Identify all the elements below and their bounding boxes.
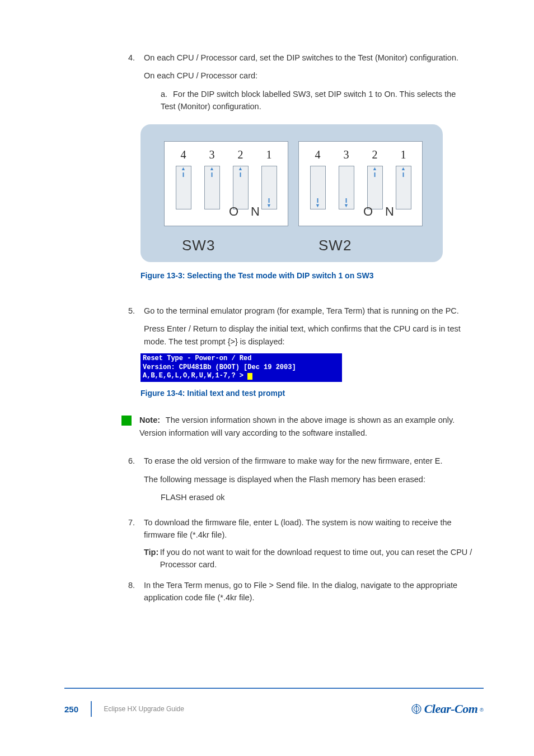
step-text: Go to the terminal emulator program (for…	[144, 305, 472, 317]
note-icon	[121, 416, 132, 426]
step-4: 4. On each CPU / Processor card, set the…	[128, 52, 472, 298]
note-block: Note: The version information shown in t…	[121, 414, 472, 439]
tip-text: If you do not want to wait for the downl…	[160, 546, 472, 571]
dip-block-sw3: 4 3 2 1 O N	[164, 141, 288, 226]
page-number: 250	[64, 704, 78, 714]
substep-label: a.	[161, 88, 173, 100]
logo-icon	[411, 703, 422, 715]
svg-rect-2	[416, 704, 416, 714]
step-number: 8.	[128, 579, 144, 610]
step-number: 7.	[128, 516, 144, 571]
footer-divider	[91, 701, 92, 717]
dip-num: 4	[172, 146, 195, 164]
tip-label: Tip:	[144, 546, 160, 558]
dip-num: 2	[229, 146, 252, 164]
doc-title: Eclipse HX Upgrade Guide	[104, 705, 184, 713]
logo-text: Clear-Com	[424, 702, 478, 716]
step-text: The following message is displayed when …	[144, 473, 443, 486]
dip-block-sw2: 4 3 2 1 O N	[298, 141, 423, 226]
step-subtext: On each CPU / Processor card:	[144, 69, 472, 82]
sw3-label: SW3	[182, 234, 215, 256]
step-text: On each CPU / Processor card, set the DI…	[144, 52, 472, 64]
clearcom-logo: Clear-Com®	[411, 702, 484, 716]
dip-num: 3	[335, 146, 358, 164]
terminal-screenshot: Reset Type - Power-on / Red Version: CPU…	[140, 353, 342, 382]
note-text: The version information shown in the abo…	[139, 416, 455, 437]
substep-a: a.For the DIP switch block labelled SW3,…	[161, 88, 472, 113]
footer: 250 Eclipse HX Upgrade Guide Clear-Com®	[64, 701, 484, 717]
step-number: 6.	[128, 455, 144, 509]
footer-rule	[64, 688, 484, 689]
dip-num: 1	[392, 146, 415, 164]
step-text: To download the firmware file, enter L (…	[144, 516, 472, 542]
dip-switch	[339, 166, 354, 209]
on-label: O N	[363, 202, 399, 221]
dip-num: 2	[364, 146, 386, 164]
code-output: FLASH erased ok	[161, 491, 443, 503]
substep-text: For the DIP switch block labelled SW3, s…	[161, 90, 456, 111]
step-8: 8. In the Tera Term menus, go to File > …	[128, 579, 472, 610]
cursor-icon	[247, 373, 252, 380]
dip-num: 4	[307, 146, 329, 164]
dip-switch	[176, 166, 191, 209]
sw2-label: SW2	[318, 234, 352, 256]
step-5: 5. Go to the terminal emulator program (…	[128, 305, 472, 449]
dip-switch	[310, 166, 326, 209]
step-6: 6. To erase the old version of the firmw…	[128, 455, 472, 509]
figure-caption: Figure 13-4: Initial text and test promp…	[140, 388, 472, 400]
step-text: Press Enter / Return to display the init…	[144, 323, 472, 348]
dip-switch	[204, 166, 220, 209]
note-label: Note:	[139, 416, 160, 424]
on-label: O N	[229, 202, 264, 221]
dip-switch-figure: 4 3 2 1 O N 4 3 2 1 O N SW	[140, 124, 443, 262]
figure-caption: Figure 13-3: Selecting the Test mode wit…	[140, 270, 472, 282]
dip-num: 3	[201, 146, 223, 164]
step-7: 7. To download the firmware file, enter …	[128, 516, 472, 571]
step-text: In the Tera Term menus, go to File > Sen…	[144, 579, 472, 604]
tip-block: Tip: If you do not want to wait for the …	[144, 546, 472, 571]
registered-icon: ®	[480, 707, 484, 713]
dip-num: 1	[258, 146, 280, 164]
step-text: To erase the old version of the firmware…	[144, 455, 443, 467]
